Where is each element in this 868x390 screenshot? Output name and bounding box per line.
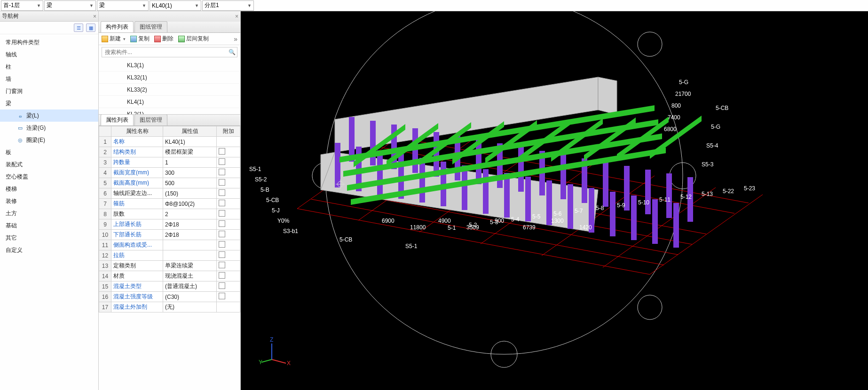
property-row[interactable]: 8肢数2	[99, 209, 240, 219]
grid-view-icon[interactable]: ▦	[86, 23, 95, 32]
property-value[interactable]: 1	[163, 157, 217, 168]
property-row[interactable]: 3跨数量1	[99, 157, 240, 168]
property-extra[interactable]	[217, 302, 240, 312]
checkbox-icon[interactable]	[219, 272, 225, 279]
property-value[interactable]: 单梁连续梁	[163, 261, 217, 271]
property-extra[interactable]	[217, 209, 240, 219]
layer-copy-button[interactable]: 层间复制	[178, 35, 209, 43]
checkbox-icon[interactable]	[219, 241, 225, 248]
tree-item-门窗洞[interactable]: 门窗洞	[0, 85, 98, 97]
tree-item-楼梯[interactable]: 楼梯	[0, 183, 98, 195]
property-value[interactable]: KL40(1)	[163, 137, 217, 147]
checkbox-icon[interactable]	[219, 179, 225, 186]
tree-item-装配式[interactable]: 装配式	[0, 158, 98, 171]
property-value[interactable]: 300	[163, 168, 217, 178]
close-icon[interactable]: ×	[93, 13, 96, 20]
property-value[interactable]: 500	[163, 178, 217, 188]
property-row[interactable]: 2结构类别楼层框架梁	[99, 147, 240, 157]
property-extra[interactable]	[217, 188, 240, 199]
component-list[interactable]: KL3(1)KL32(1)KL33(2)KL4(1)KL2(1)	[99, 59, 240, 115]
copy-button[interactable]: 复制	[130, 35, 150, 43]
tree-item-梁[interactable]: 梁	[0, 97, 98, 109]
tab-property-list[interactable]: 属性列表	[101, 115, 134, 125]
property-extra[interactable]	[217, 292, 240, 302]
property-row[interactable]: 1名称KL40(1)	[99, 137, 240, 147]
property-row[interactable]: 4截面宽度(mm)300	[99, 168, 240, 178]
property-extra[interactable]	[217, 230, 240, 240]
property-row[interactable]: 11侧面构造或受...	[99, 240, 240, 250]
tree-item-梁(L)[interactable]: ⏛梁(L)	[0, 109, 98, 122]
component-item[interactable]: KL2(1)	[99, 108, 240, 115]
tree-item-圈梁(E)[interactable]: ◎圈梁(E)	[0, 134, 98, 146]
checkbox-icon[interactable]	[219, 293, 225, 299]
tree-item-空心楼盖[interactable]: 空心楼盖	[0, 171, 98, 183]
checkbox-icon[interactable]	[219, 210, 225, 217]
close-icon[interactable]: ×	[235, 13, 238, 20]
property-value[interactable]: 2Φ18	[163, 219, 217, 230]
tree-item-装修[interactable]: 装修	[0, 195, 98, 207]
tree-item-基础[interactable]: 基础	[0, 219, 98, 232]
property-value[interactable]: 楼层框架梁	[163, 147, 217, 157]
tab-drawing-manage[interactable]: 图纸管理	[134, 21, 167, 32]
property-row[interactable]: 17混凝土外加剂(无)	[99, 302, 240, 312]
tree-item-自定义[interactable]: 自定义	[0, 244, 98, 256]
property-extra[interactable]	[217, 157, 240, 168]
property-row[interactable]: 9上部通长筋2Φ18	[99, 219, 240, 230]
property-value[interactable]: 2	[163, 209, 217, 219]
property-value[interactable]: Φ8@100(2)	[163, 199, 217, 209]
component-item[interactable]: KL3(1)	[99, 59, 240, 71]
nav-tree[interactable]: 常用构件类型轴线柱墙门窗洞梁⏛梁(L)▭连梁(G)◎圈梁(E)板装配式空心楼盖楼…	[0, 34, 98, 390]
property-value[interactable]	[163, 240, 217, 250]
property-value[interactable]: (普通混凝土)	[163, 281, 217, 292]
checkbox-icon[interactable]	[219, 158, 225, 165]
tree-item-连梁(G)[interactable]: ▭连梁(G)	[0, 122, 98, 134]
search-input[interactable]	[102, 49, 227, 55]
property-value[interactable]: (无)	[163, 302, 217, 312]
tree-item-柱[interactable]: 柱	[0, 61, 98, 73]
property-row[interactable]: 13定额类别单梁连续梁	[99, 261, 240, 271]
member-combo[interactable]: KL40(1)▼	[150, 0, 201, 11]
property-extra[interactable]	[217, 240, 240, 250]
toolbar-more-icon[interactable]: »	[234, 35, 237, 43]
property-extra[interactable]	[217, 178, 240, 188]
property-row[interactable]: 15混凝土类型(普通混凝土)	[99, 281, 240, 292]
checkbox-icon[interactable]	[219, 262, 225, 268]
property-value[interactable]	[163, 250, 217, 261]
checkbox-icon[interactable]	[219, 282, 225, 289]
tree-item-常用构件类型[interactable]: 常用构件类型	[0, 36, 98, 48]
property-extra[interactable]	[217, 271, 240, 281]
property-extra[interactable]	[217, 250, 240, 261]
property-row[interactable]: 16混凝土强度等级(C30)	[99, 292, 240, 302]
property-extra[interactable]	[217, 281, 240, 292]
property-row[interactable]: 12拉筋	[99, 250, 240, 261]
search-icon[interactable]: 🔍	[227, 49, 237, 55]
property-value[interactable]: 2Φ18	[163, 230, 217, 240]
tree-item-墙[interactable]: 墙	[0, 73, 98, 85]
property-extra[interactable]	[217, 147, 240, 157]
component-item[interactable]: KL33(2)	[99, 84, 240, 96]
checkbox-icon[interactable]	[219, 220, 225, 227]
tab-component-list[interactable]: 构件列表	[101, 21, 134, 32]
tree-item-板[interactable]: 板	[0, 146, 98, 158]
component-item[interactable]: KL32(1)	[99, 71, 240, 84]
tree-item-其它[interactable]: 其它	[0, 232, 98, 244]
new-button[interactable]: 新建▾	[102, 35, 126, 43]
checkbox-icon[interactable]	[219, 148, 225, 155]
property-extra[interactable]	[217, 219, 240, 230]
property-table-scroll[interactable]: 属性名称 属性值 附加 1名称KL40(1)2结构类别楼层框架梁3跨数量14截面…	[99, 126, 240, 390]
category1-combo[interactable]: 梁▼	[44, 0, 96, 11]
property-row[interactable]: 5截面高度(mm)500	[99, 178, 240, 188]
property-extra[interactable]	[217, 261, 240, 271]
property-row[interactable]: 14材质现浇混凝土	[99, 271, 240, 281]
checkbox-icon[interactable]	[219, 231, 225, 237]
property-row[interactable]: 10下部通长筋2Φ18	[99, 230, 240, 240]
category2-combo[interactable]: 梁▼	[97, 0, 149, 11]
property-row[interactable]: 7箍筋Φ8@100(2)	[99, 199, 240, 209]
property-row[interactable]: 6轴线距梁左边...(150)	[99, 188, 240, 199]
checkbox-icon[interactable]	[219, 189, 225, 196]
tree-item-轴线[interactable]: 轴线	[0, 48, 98, 61]
tab-layer-manage[interactable]: 图层管理	[134, 115, 167, 125]
property-value[interactable]: (150)	[163, 188, 217, 199]
delete-button[interactable]: 删除	[154, 35, 174, 43]
list-view-icon[interactable]: ☰	[74, 23, 83, 32]
